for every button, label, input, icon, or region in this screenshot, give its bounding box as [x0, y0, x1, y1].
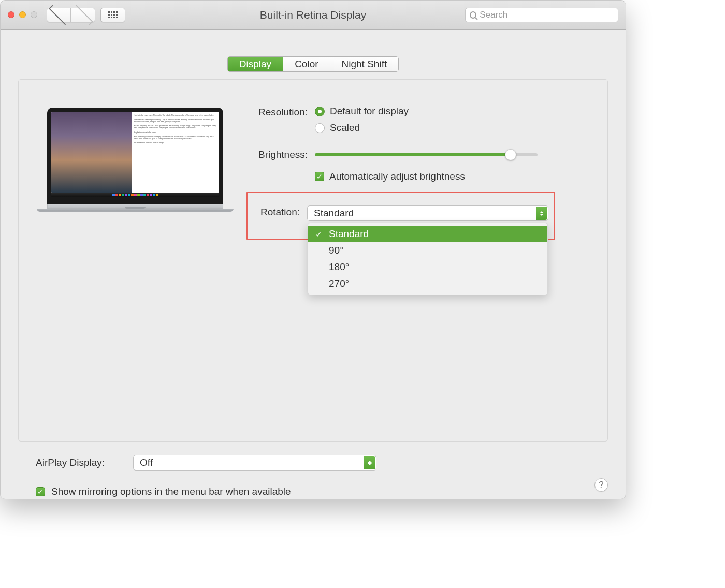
zoom-window-button	[31, 11, 37, 18]
brightness-slider[interactable]	[315, 153, 538, 156]
resolution-row: Resolution: Default for display Scaled	[247, 106, 602, 139]
search-input[interactable]	[480, 10, 614, 20]
rotation-dropdown: ✓ Standard 90° 180° 270°	[308, 223, 548, 295]
resolution-label: Resolution:	[247, 106, 315, 118]
nav-back-forward	[47, 8, 95, 22]
stepper-icon	[536, 207, 547, 220]
airplay-value: Off	[140, 457, 153, 468]
checkbox-checked-icon: ✓	[36, 487, 45, 496]
show-all-button[interactable]	[100, 8, 125, 22]
auto-brightness-checkbox[interactable]: ✓ Automatically adjust brightness	[315, 171, 602, 182]
window-controls	[8, 11, 37, 18]
slider-thumb[interactable]	[505, 149, 516, 160]
rotation-option-90[interactable]: 90°	[308, 242, 547, 259]
toolbar: Built-in Retina Display	[1, 1, 626, 30]
chevron-right-icon	[72, 5, 93, 25]
resolution-scaled-label: Scaled	[330, 122, 360, 134]
checkmark-icon: ✓	[315, 229, 322, 239]
settings-panel: Here's to the crazy ones. The misfits. T…	[18, 79, 608, 442]
auto-brightness-label: Automatically adjust brightness	[329, 171, 465, 182]
search-icon	[470, 11, 476, 19]
preferences-window: Built-in Retina Display Display Color Ni…	[0, 0, 626, 499]
airplay-row: AirPlay Display: Off	[36, 455, 590, 471]
settings-controls: Resolution: Default for display Scaled	[247, 106, 602, 436]
rotation-highlight: Rotation: Standard ✓ Standa	[247, 192, 555, 240]
forward-button	[71, 8, 95, 22]
display-preview: Here's to the crazy ones. The misfits. T…	[24, 106, 247, 436]
rotation-option-standard[interactable]: ✓ Standard	[308, 226, 547, 242]
resolution-default-label: Default for display	[330, 106, 409, 117]
brightness-row: Brightness: ✓ Automatically adjust brigh…	[247, 148, 602, 182]
resolution-scaled-radio[interactable]: Scaled	[315, 122, 602, 134]
airplay-label: AirPlay Display:	[36, 457, 125, 468]
mirroring-label: Show mirroring options in the menu bar w…	[51, 486, 291, 497]
footer-area: AirPlay Display: Off ✓ Show mirroring op…	[18, 455, 608, 497]
content-area: Display Color Night Shift Here's to the …	[1, 30, 626, 497]
grid-icon	[108, 11, 118, 18]
close-window-button[interactable]	[8, 11, 15, 18]
tab-display[interactable]: Display	[228, 57, 283, 71]
rotation-row: Rotation: Standard ✓ Standa	[251, 205, 548, 221]
back-button[interactable]	[47, 8, 71, 22]
tab-color[interactable]: Color	[283, 57, 330, 71]
radio-selected-icon	[315, 107, 325, 116]
minimize-window-button[interactable]	[19, 11, 26, 18]
rotation-label: Rotation:	[251, 205, 307, 218]
airplay-popup-button[interactable]: Off	[133, 455, 376, 471]
search-field[interactable]	[465, 8, 618, 22]
tab-night-shift[interactable]: Night Shift	[330, 57, 399, 71]
mirroring-checkbox[interactable]: ✓ Show mirroring options in the menu bar…	[36, 486, 590, 497]
rotation-popup-button[interactable]: Standard ✓ Standard 90°	[307, 205, 548, 221]
resolution-default-radio[interactable]: Default for display	[315, 106, 602, 117]
radio-unselected-icon	[315, 123, 325, 133]
chevron-left-icon	[49, 5, 69, 25]
laptop-illustration: Here's to the crazy ones. The misfits. T…	[47, 108, 223, 212]
rotation-option-270[interactable]: 270°	[308, 275, 547, 292]
brightness-label: Brightness:	[247, 148, 315, 160]
help-button[interactable]: ?	[594, 478, 608, 492]
rotation-option-180[interactable]: 180°	[308, 259, 547, 275]
tab-bar: Display Color Night Shift	[18, 56, 608, 72]
stepper-icon	[364, 456, 375, 469]
rotation-value: Standard	[314, 208, 354, 219]
checkbox-checked-icon: ✓	[315, 172, 324, 181]
